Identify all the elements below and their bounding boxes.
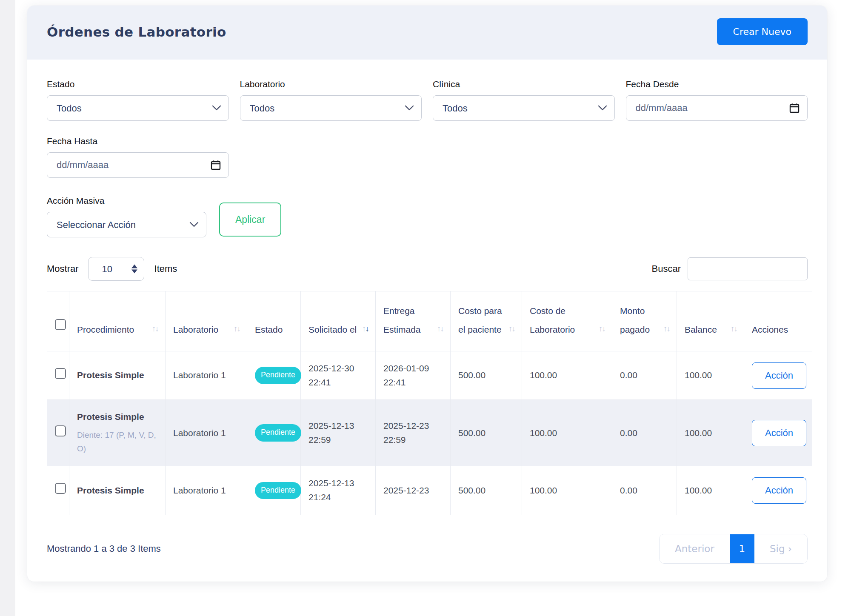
lab-cost-cell: 100.00: [522, 466, 612, 515]
row-checkbox[interactable]: [55, 425, 66, 436]
balance-cell: 100.00: [677, 351, 744, 400]
create-new-button[interactable]: Crear Nuevo: [717, 18, 808, 45]
column-header-procedimiento[interactable]: Procedimiento↑↓: [69, 291, 166, 351]
actions-cell: Acción: [744, 466, 812, 515]
select-all-header: [47, 291, 69, 351]
actions-cell: Acción: [744, 351, 812, 400]
estado-label: Estado: [47, 79, 229, 89]
fecha-desde-input[interactable]: [626, 95, 808, 121]
select-all-checkbox[interactable]: [55, 319, 66, 330]
table-row: Protesis SimpleLaboratorio 1Pendiente202…: [47, 466, 812, 515]
status-badge: Pendiente: [255, 482, 301, 499]
status-badge: Pendiente: [255, 424, 301, 442]
bulk-action-row: Acción Masiva Seleccionar Acción Aplicar: [47, 196, 808, 237]
bulk-action-field: Acción Masiva Seleccionar Acción: [47, 196, 206, 237]
amount-paid-cell: 0.00: [612, 400, 677, 466]
column-label: Monto pagado: [620, 302, 661, 339]
requested-date-cell: 2025-12-13 21:24: [301, 466, 376, 515]
requested-date-cell: 2025-12-13 22:59: [301, 400, 376, 466]
sort-icon[interactable]: ↑↓: [599, 320, 605, 339]
column-header-solicitado-el[interactable]: Solicitado el↑↓: [301, 291, 376, 351]
card-body: Estado Todos Laboratorio Todos: [27, 60, 827, 582]
filter-estado: Estado Todos: [47, 79, 229, 121]
column-label: Estado: [255, 320, 283, 339]
calendar-icon[interactable]: [210, 160, 221, 171]
filter-fecha-hasta: Fecha Hasta: [47, 136, 229, 178]
column-header-balance[interactable]: Balance↑↓: [677, 291, 744, 351]
sort-icon[interactable]: ↑↓: [508, 320, 515, 339]
column-label: Costo para el paciente: [458, 302, 506, 339]
search-input[interactable]: [688, 257, 808, 280]
balance-cell: 100.00: [677, 466, 744, 515]
column-header-estado: Estado: [247, 291, 301, 351]
balance-cell: 100.00: [677, 400, 744, 466]
procedure-detail: Diente: 17 (P, M, V, D, O): [77, 428, 157, 456]
fecha-hasta-input[interactable]: [47, 152, 229, 178]
laboratory-cell: Laboratorio 1: [166, 400, 247, 466]
filter-clinica: Clínica Todos: [433, 79, 615, 121]
actions-cell: Acción: [744, 400, 812, 466]
clinica-label: Clínica: [433, 79, 615, 89]
card-header: Órdenes de Laboratorio Crear Nuevo: [27, 6, 827, 60]
laboratory-cell: Laboratorio 1: [166, 351, 247, 400]
column-label: Costo de Laboratorio: [530, 302, 596, 339]
row-action-button[interactable]: Acción: [752, 420, 806, 446]
column-header-costo-de-laboratorio[interactable]: Costo de Laboratorio↑↓: [522, 291, 612, 351]
laboratorio-label: Laboratorio: [240, 79, 422, 89]
estimated-delivery-cell: 2026-01-09 22:41: [376, 351, 451, 400]
status-badge: Pendiente: [255, 367, 301, 384]
pagination-previous[interactable]: Anterior: [660, 534, 730, 563]
column-label: Acciones: [752, 320, 788, 339]
sort-icon[interactable]: ↑↓: [437, 320, 443, 339]
column-label: Entrega Estimada: [383, 302, 434, 339]
page-size-select[interactable]: 10: [88, 257, 144, 281]
patient-cost-cell: 500.00: [451, 466, 522, 515]
row-action-button[interactable]: Acción: [752, 362, 806, 389]
lab-orders-card: Órdenes de Laboratorio Crear Nuevo Estad…: [27, 6, 827, 582]
procedure-name: Protesis Simple: [77, 484, 157, 498]
patient-cost-cell: 500.00: [451, 351, 522, 400]
bulk-action-select[interactable]: Seleccionar Acción: [47, 212, 206, 237]
column-header-entrega-estimada[interactable]: Entrega Estimada↑↓: [376, 291, 451, 351]
apply-button[interactable]: Aplicar: [219, 202, 281, 237]
lab-cost-cell: 100.00: [522, 351, 612, 400]
pagination-next[interactable]: Sig ›: [754, 534, 807, 563]
column-header-monto-pagado[interactable]: Monto pagado↑↓: [612, 291, 677, 351]
procedure-name: Protesis Simple: [77, 410, 157, 424]
column-header-costo-para-el-paciente[interactable]: Costo para el paciente↑↓: [451, 291, 522, 351]
column-label: Balance: [685, 320, 717, 339]
search-label: Buscar: [652, 263, 681, 274]
laboratorio-select[interactable]: Todos: [240, 95, 422, 121]
status-cell: Pendiente: [247, 400, 301, 466]
amount-paid-cell: 0.00: [612, 351, 677, 400]
estimated-delivery-cell: 2025-12-23 22:59: [376, 400, 451, 466]
sort-icon[interactable]: ↑↓: [731, 320, 737, 339]
table-row: Protesis SimpleDiente: 17 (P, M, V, D, O…: [47, 400, 812, 466]
row-action-button[interactable]: Acción: [752, 477, 806, 504]
items-label: Items: [154, 263, 177, 274]
results-summary: Mostrando 1 a 3 de 3 Items: [47, 543, 161, 554]
sort-icon[interactable]: ↑↓: [152, 320, 158, 339]
estado-select[interactable]: Todos: [47, 95, 229, 121]
patient-cost-cell: 500.00: [451, 400, 522, 466]
sort-icon[interactable]: ↑↓: [663, 320, 670, 339]
sort-icon[interactable]: ↑↓: [362, 320, 368, 339]
sort-icon[interactable]: ↑↓: [234, 320, 240, 339]
fecha-desde-label: Fecha Desde: [626, 79, 808, 89]
column-header-laboratorio[interactable]: Laboratorio↑↓: [166, 291, 247, 351]
row-checkbox[interactable]: [55, 368, 66, 379]
pagination: Anterior 1 Sig ›: [659, 534, 808, 564]
laboratory-cell: Laboratorio 1: [166, 466, 247, 515]
bulk-action-label: Acción Masiva: [47, 196, 206, 206]
status-cell: Pendiente: [247, 466, 301, 515]
column-header-acciones: Acciones: [744, 291, 812, 351]
procedure-name: Protesis Simple: [77, 368, 157, 382]
column-label: Solicitado el: [308, 320, 357, 339]
column-label: Procedimiento: [77, 320, 134, 339]
fecha-hasta-label: Fecha Hasta: [47, 136, 229, 146]
filter-fecha-desde: Fecha Desde: [626, 79, 808, 121]
calendar-icon[interactable]: [789, 103, 800, 114]
clinica-select[interactable]: Todos: [433, 95, 615, 121]
row-checkbox[interactable]: [55, 483, 66, 494]
pagination-page-1[interactable]: 1: [730, 534, 754, 563]
